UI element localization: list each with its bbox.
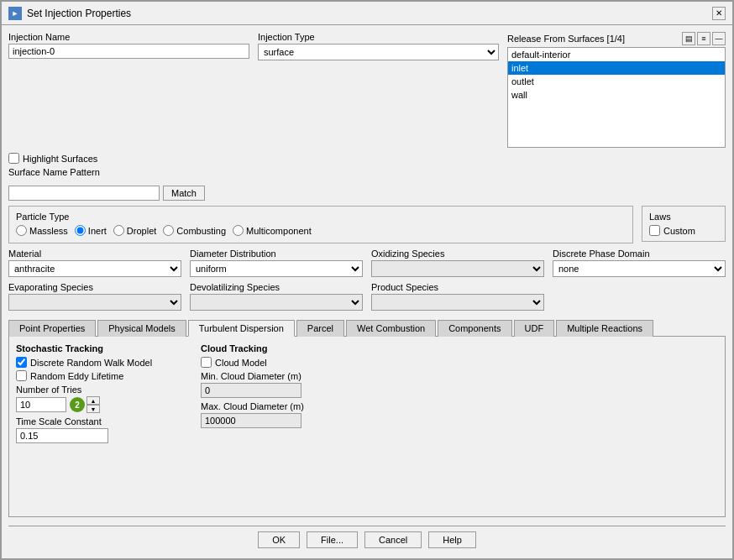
tab-multiple-reactions[interactable]: Multiple Reactions [556, 320, 653, 337]
discrete-random-walk-row: Discrete Random Walk Model [16, 357, 184, 368]
tab-parcel[interactable]: Parcel [296, 320, 344, 337]
surface-name-pattern-label: Surface Name Pattern [8, 167, 438, 177]
injection-type-select[interactable]: surface [258, 44, 499, 60]
highlight-surfaces-checkbox[interactable] [8, 153, 19, 164]
material-group: Material anthracite [8, 249, 181, 277]
title-bar: ► Set Injection Properties ✕ [2, 2, 732, 25]
oxidizing-species-select[interactable] [371, 260, 544, 277]
highlight-surfaces-label: Highlight Surfaces [23, 154, 97, 164]
random-eddy-checkbox[interactable] [16, 370, 27, 381]
particle-laws-section: Particle Type Massless Inert Droplet [8, 206, 726, 243]
min-cloud-diameter-label: Min. Cloud Diameter (m) [201, 371, 335, 381]
main-window: ► Set Injection Properties ✕ Injection N… [0, 0, 734, 560]
arrow-badge: 2 [70, 397, 85, 412]
tab-bar: Point Properties Physical Models Turbule… [8, 319, 726, 337]
material-select[interactable]: anthracite [8, 260, 181, 277]
spinner-controls: ▲ ▼ [87, 396, 100, 413]
product-species-select[interactable] [371, 294, 544, 311]
tab-content-turbulent-dispersion: Stochastic Tracking Discrete Random Walk… [8, 337, 726, 517]
release-surfaces-list[interactable]: default-interior inlet outlet wall [507, 47, 726, 148]
radio-multicomponent: Multicomponent [233, 225, 312, 236]
window-title: Set Injection Properties [27, 8, 131, 19]
particle-type-box: Particle Type Massless Inert Droplet [8, 206, 633, 243]
tab-components[interactable]: Components [438, 320, 511, 337]
custom-label: Custom [663, 226, 695, 236]
tab-physical-models[interactable]: Physical Models [97, 320, 186, 337]
material-label: Material [8, 249, 181, 259]
surfaces-panel: Release From Surfaces [1/4] ▤ ≡ — defaul… [507, 32, 726, 148]
injection-name-input[interactable] [8, 44, 249, 59]
number-of-tries-label: Number of Tries [16, 385, 184, 395]
diameter-distribution-group: Diameter Distribution uniform [190, 249, 363, 277]
laws-title: Laws [649, 212, 718, 222]
product-species-group: Product Species [371, 282, 544, 311]
laws-box: Laws Custom [642, 206, 726, 242]
list-item-outlet[interactable]: outlet [508, 75, 725, 88]
cloud-model-row: Cloud Model [201, 357, 335, 368]
time-scale-label: Time Scale Constant [16, 416, 184, 427]
radio-inert: Inert [75, 225, 107, 236]
dropdowns-row: Material anthracite Diameter Distributio… [8, 249, 726, 277]
ok-button[interactable]: OK [258, 531, 300, 548]
oxidizing-species-group: Oxidizing Species [371, 249, 544, 277]
cloud-model-label: Cloud Model [215, 358, 267, 368]
tab-udf[interactable]: UDF [514, 320, 555, 337]
surfaces-list-btn3[interactable]: — [712, 32, 726, 45]
discrete-phase-domain-group: Discrete Phase Domain none [553, 249, 726, 277]
particle-type-radio-group: Massless Inert Droplet Combusting [16, 225, 626, 238]
devolatilizing-species-select[interactable] [190, 294, 363, 311]
time-scale-input[interactable] [16, 428, 108, 443]
content-area: Injection Name Injection Type surface Re… [2, 25, 732, 558]
surface-name-pattern-input[interactable] [8, 186, 160, 201]
surfaces-list-btn2[interactable]: ≡ [697, 32, 710, 45]
custom-checkbox-row: Custom [649, 225, 718, 236]
close-button[interactable]: ✕ [712, 7, 726, 20]
number-of-tries-input[interactable] [16, 397, 66, 412]
stochastic-title: Stochastic Tracking [16, 343, 184, 353]
discrete-phase-domain-select[interactable]: none [553, 260, 726, 277]
evaporating-species-group: Evaporating Species [8, 282, 181, 311]
top-section: Injection Name Injection Type surface Re… [8, 32, 726, 148]
tab-point-properties[interactable]: Point Properties [8, 320, 96, 337]
surfaces-list-btn1[interactable]: ▤ [682, 32, 695, 45]
discrete-phase-domain-label: Discrete Phase Domain [553, 249, 726, 259]
list-item-wall[interactable]: wall [508, 88, 725, 102]
bottom-buttons: OK File... Cancel Help [8, 526, 726, 552]
species-row: Evaporating Species Devolatilizing Speci… [8, 282, 726, 311]
product-species-label: Product Species [371, 282, 544, 292]
release-from-surfaces-label: Release From Surfaces [1/4] [507, 34, 625, 44]
tab-turbulent-dispersion[interactable]: Turbulent Dispersion [188, 320, 295, 337]
radio-droplet: Droplet [113, 225, 156, 236]
file-button[interactable]: File... [307, 531, 358, 548]
injection-name-label: Injection Name [8, 32, 249, 42]
evaporating-species-select[interactable] [8, 294, 181, 311]
min-cloud-diameter-input[interactable] [201, 383, 301, 398]
cloud-model-checkbox[interactable] [201, 357, 212, 368]
discrete-random-walk-label: Discrete Random Walk Model [30, 358, 152, 368]
injection-type-group: Injection Type surface [258, 32, 499, 148]
devolatilizing-species-label: Devolatilizing Species [190, 282, 363, 292]
max-cloud-diameter-input[interactable] [201, 413, 301, 428]
random-eddy-row: Random Eddy Lifetime [16, 370, 184, 381]
tab-wet-combustion[interactable]: Wet Combustion [346, 320, 436, 337]
diameter-distribution-select[interactable]: uniform [190, 260, 363, 277]
custom-checkbox[interactable] [649, 225, 660, 236]
list-item-default-interior[interactable]: default-interior [508, 48, 725, 61]
radio-combusting: Combusting [163, 225, 226, 236]
cloud-title: Cloud Tracking [201, 343, 335, 353]
particle-type-title: Particle Type [16, 212, 626, 222]
cloud-tracking-section: Cloud Tracking Cloud Model Min. Cloud Di… [201, 343, 335, 443]
discrete-random-walk-checkbox[interactable] [16, 357, 27, 368]
radio-massless: Massless [16, 225, 68, 236]
spin-down-button[interactable]: ▼ [87, 405, 100, 413]
highlight-surfaces-row: Highlight Surfaces [8, 153, 438, 164]
spin-up-button[interactable]: ▲ [87, 396, 100, 405]
help-button[interactable]: Help [428, 531, 476, 548]
match-button[interactable]: Match [163, 186, 205, 201]
evaporating-species-label: Evaporating Species [8, 282, 181, 292]
cancel-button[interactable]: Cancel [364, 531, 422, 548]
random-eddy-label: Random Eddy Lifetime [30, 371, 123, 381]
injection-type-label: Injection Type [258, 32, 499, 42]
oxidizing-species-label: Oxidizing Species [371, 249, 544, 259]
list-item-inlet[interactable]: inlet [508, 61, 725, 75]
